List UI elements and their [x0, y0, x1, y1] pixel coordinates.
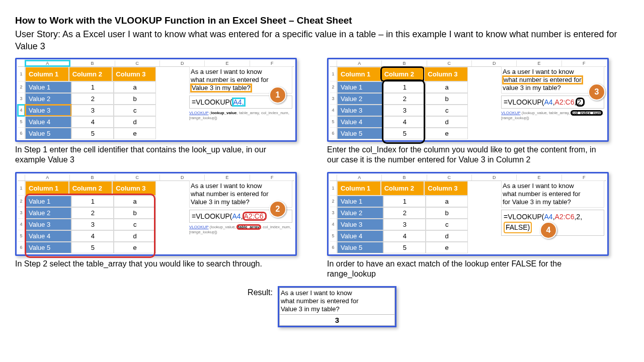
formula-hint: VLOOKUP (lookup_value, table_array, col_…: [189, 111, 292, 120]
step1-caption: In Step 1 enter the cell identifier that…: [15, 145, 297, 165]
step2-panel: ABCDEF 1Column 1Column 2Column 3 2Value …: [15, 172, 297, 256]
table-row: Value 44d: [337, 230, 468, 242]
table-row: Value 22b: [337, 93, 468, 105]
table-header: Column 1Column 2Column 3: [25, 67, 156, 81]
table-row: Value 22b: [25, 93, 156, 105]
table-row: Value 33c: [337, 105, 468, 116]
step-badge-4: 4: [540, 222, 557, 239]
table-row: Value 55e: [25, 242, 156, 253]
table-row: Value 22b: [337, 207, 468, 219]
table-header: Column 1Column 2Column 3: [25, 181, 156, 196]
formula-hint: VLOOKUP (lookup_value, table_array, col_…: [501, 111, 604, 120]
user-story: User Story: As a Excel user I want to kn…: [15, 28, 629, 53]
table-row: Value 44d: [25, 230, 156, 242]
table-row: Value 11a: [25, 81, 156, 93]
step-badge-1: 1: [269, 86, 286, 104]
table-row: Value 44d: [337, 116, 468, 128]
formula-hint: VLOOKUP (lookup_value, table_array, col_…: [189, 225, 292, 234]
table-row: Value 11a: [337, 196, 468, 207]
result-panel: As a user I want to know what number is …: [278, 286, 396, 328]
step-badge-2: 2: [269, 201, 286, 218]
step-badge-3: 3: [588, 83, 605, 101]
table-row: Value 11a: [25, 196, 156, 207]
table-header: Column 1Column 2Column 3: [337, 67, 468, 81]
table-row: Value 33c: [337, 219, 468, 230]
formula-step3: =VLOOKUP(A4,A2:C6,2,: [501, 96, 604, 109]
step4-caption: In order to have an exact match of the l…: [327, 259, 609, 279]
table-row: Value 55e: [25, 128, 156, 139]
step4-panel: ABCDEF 1Column 1Column 2Column 3 2Value …: [327, 172, 609, 256]
table-row: Value 33c: [25, 219, 156, 230]
table-row: Value 33c: [25, 105, 156, 116]
table-header: Column 1Column 2Column 3: [337, 181, 468, 196]
step1-panel: ABCDEF 1 Column 1Column 2Column 3 2Value…: [15, 58, 297, 142]
result-note: As a user I want to know what number is …: [279, 288, 395, 315]
page-title: How to Work with the VLOOKUP Function in…: [15, 15, 629, 26]
result-label: Result:: [248, 286, 273, 297]
note-text: As a user I want to know what number is …: [501, 180, 604, 208]
result-value: 3: [279, 315, 395, 326]
step2-caption: In Step 2 select the table_array that yo…: [15, 259, 297, 269]
table-row: Value 55e: [337, 242, 468, 253]
step3-caption: Enter the col_Index for the column you w…: [327, 145, 609, 165]
table-row: Value 44d: [25, 116, 156, 128]
step3-panel: ABCDEF 1Column 1Column 2Column 3 2Value …: [327, 58, 609, 142]
table-row: Value 55e: [337, 128, 468, 139]
table-row: Value 11a: [337, 81, 468, 93]
table-row: Value 22b: [25, 207, 156, 219]
